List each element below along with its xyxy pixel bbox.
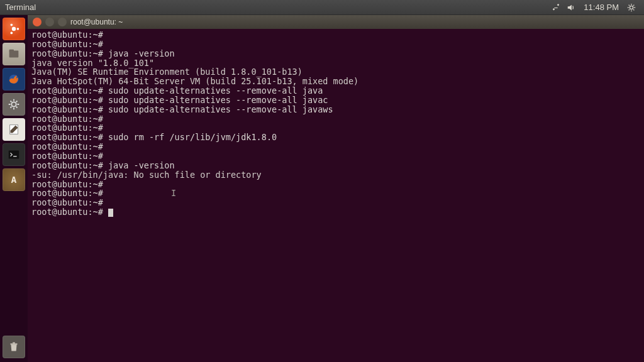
output-line: java version "1.8.0_101" (31, 58, 640, 68)
unity-launcher: A (0, 15, 28, 362)
output-line: -su: /usr/bin/java: No such file or dire… (31, 170, 640, 180)
svg-rect-10 (9, 151, 19, 159)
network-indicator[interactable] (548, 0, 564, 15)
command-text: java -version (108, 48, 175, 58)
session-indicator[interactable] (624, 0, 639, 15)
command-text: sudo rm -rf /usr/lib/jvm/jdk1.8.0 (108, 132, 277, 142)
settings-icon (7, 97, 21, 111)
window-titlebar[interactable]: root@ubuntu: ~ (28, 15, 644, 29)
prompt: root@ubuntu:~# (31, 30, 108, 40)
prompt: root@ubuntu:~# (31, 188, 108, 198)
prompt: root@ubuntu:~# (31, 160, 108, 170)
trash-icon (7, 340, 21, 354)
svg-point-3 (11, 24, 13, 26)
window-title: root@ubuntu: ~ (70, 18, 123, 26)
launcher-software-updater[interactable]: A (3, 168, 25, 191)
prompt: root@ubuntu:~# (31, 48, 108, 58)
prompt: root@ubuntu:~# (31, 85, 108, 96)
terminal-line: root@ubuntu:~# (31, 114, 640, 124)
launcher-terminal[interactable] (3, 143, 25, 166)
command-text: java -version (108, 160, 175, 170)
output-line: Java HotSpot(TM) 64-Bit Server VM (build… (31, 77, 640, 86)
terminal-line: root@ubuntu:~# sudo update-alternatives … (31, 96, 640, 105)
volume-icon (567, 3, 575, 12)
svg-rect-13 (13, 343, 15, 344)
top-menubar: Terminal 11:48 PM (0, 0, 644, 15)
terminal-line: root@ubuntu:~# (31, 207, 640, 217)
terminal-line: root@ubuntu:~# (31, 123, 640, 133)
terminal-line: root@ubuntu:~# (31, 198, 640, 207)
launcher-dash[interactable] (3, 18, 25, 40)
terminal-line: root@ubuntu:~# (31, 30, 640, 40)
prompt: root@ubuntu:~# (31, 207, 108, 217)
prompt: root@ubuntu:~# (31, 114, 108, 124)
command-text: sudo update-alternatives --remove-all ja… (108, 85, 323, 96)
prompt: root@ubuntu:~# (31, 95, 108, 105)
prompt: root@ubuntu:~# (31, 39, 108, 49)
svg-point-4 (11, 32, 13, 35)
launcher-files[interactable] (3, 43, 25, 65)
terminal-window: root@ubuntu: ~ root@ubuntu:~# root@ubunt… (28, 15, 644, 362)
launcher-firefox[interactable] (3, 68, 25, 90)
prompt: root@ubuntu:~# (31, 197, 108, 207)
terminal-line: root@ubuntu:~# (31, 151, 640, 161)
prompt: root@ubuntu:~# (31, 151, 108, 161)
terminal-line: root@ubuntu:~# sudo update-alternatives … (31, 86, 640, 96)
terminal-line: root@ubuntu:~# sudo update-alternatives … (31, 105, 640, 114)
launcher-trash[interactable] (3, 336, 25, 358)
window-close-button[interactable] (33, 18, 42, 26)
svg-text:A: A (11, 174, 17, 185)
terminal-icon (7, 148, 21, 162)
output-line: Java(TM) SE Runtime Environment (build 1… (31, 67, 640, 77)
svg-point-8 (11, 102, 16, 106)
window-maximize-button[interactable] (58, 18, 67, 26)
command-text: sudo update-alternatives --remove-all ja… (108, 95, 328, 105)
prompt: root@ubuntu:~# (31, 141, 108, 151)
gear-icon (627, 3, 636, 12)
cursor-block (108, 209, 113, 217)
firefox-icon (7, 72, 21, 86)
prompt: root@ubuntu:~# (31, 123, 108, 133)
menubar-app-title: Terminal (5, 3, 36, 12)
svg-point-1 (12, 27, 16, 31)
sound-indicator[interactable] (564, 0, 579, 15)
terminal-line: root@ubuntu:~# (31, 142, 640, 151)
terminal-line: root@ubuntu:~# java -version (31, 49, 640, 58)
terminal-line: root@ubuntu:~# (31, 180, 640, 189)
launcher-text-editor[interactable] (3, 118, 25, 141)
terminal-line: root@ubuntu:~# java -version (31, 161, 640, 170)
terminal-line: root@ubuntu:~# sudo rm -rf /usr/lib/jvm/… (31, 133, 640, 142)
launcher-settings[interactable] (3, 93, 25, 116)
svg-point-2 (17, 28, 19, 30)
terminal-line: root@ubuntu:~# I (31, 189, 640, 198)
svg-rect-6 (9, 50, 14, 52)
prompt: root@ubuntu:~# (31, 104, 108, 114)
network-icon (552, 3, 560, 12)
prompt: root@ubuntu:~# (31, 132, 108, 142)
command-text: sudo update-alternatives --remove-all ja… (108, 104, 333, 114)
files-icon (7, 47, 21, 61)
svg-rect-12 (11, 344, 18, 345)
prompt: root@ubuntu:~# (31, 179, 108, 189)
ubuntu-logo-icon (7, 22, 21, 36)
updater-icon: A (7, 173, 21, 187)
svg-point-0 (630, 6, 633, 9)
text-caret: I (171, 189, 176, 198)
terminal-content[interactable]: root@ubuntu:~# root@ubuntu:~# root@ubunt… (28, 29, 644, 362)
editor-icon (7, 123, 21, 136)
terminal-line: root@ubuntu:~# (31, 40, 640, 49)
window-minimize-button[interactable] (45, 18, 54, 26)
clock[interactable]: 11:48 PM (579, 3, 624, 12)
